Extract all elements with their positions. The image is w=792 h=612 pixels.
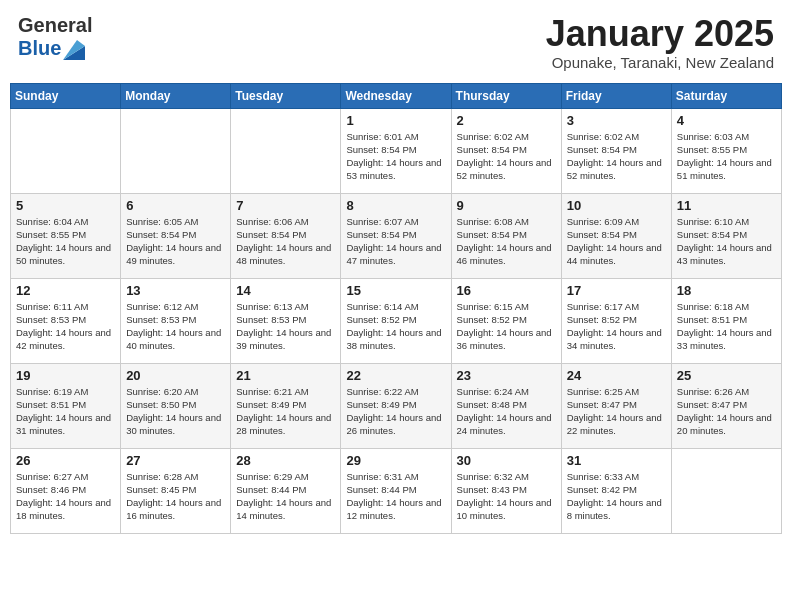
day-info: Sunrise: 6:10 AMSunset: 8:54 PMDaylight:…: [677, 215, 776, 268]
sunrise-label: Sunrise: 6:31 AM: [346, 471, 418, 482]
calendar-week-row: 19Sunrise: 6:19 AMSunset: 8:51 PMDayligh…: [11, 363, 782, 448]
calendar-table: SundayMondayTuesdayWednesdayThursdayFrid…: [10, 83, 782, 534]
weekday-header-wednesday: Wednesday: [341, 83, 451, 108]
page-header: General Blue January 2025 Opunake, Taran…: [10, 10, 782, 75]
day-number: 20: [126, 368, 225, 383]
calendar-cell: [121, 108, 231, 193]
weekday-header-monday: Monday: [121, 83, 231, 108]
sunrise-label: Sunrise: 6:14 AM: [346, 301, 418, 312]
day-number: 19: [16, 368, 115, 383]
day-info: Sunrise: 6:08 AMSunset: 8:54 PMDaylight:…: [457, 215, 556, 268]
daylight-label: Daylight: 14 hours and 38 minutes.: [346, 327, 441, 351]
month-title: January 2025: [546, 14, 774, 54]
sunset-label: Sunset: 8:44 PM: [346, 484, 416, 495]
sunrise-label: Sunrise: 6:29 AM: [236, 471, 308, 482]
sunrise-label: Sunrise: 6:33 AM: [567, 471, 639, 482]
daylight-label: Daylight: 14 hours and 42 minutes.: [16, 327, 111, 351]
logo: General Blue: [18, 14, 92, 60]
daylight-label: Daylight: 14 hours and 50 minutes.: [16, 242, 111, 266]
sunset-label: Sunset: 8:51 PM: [16, 399, 86, 410]
calendar-cell: 6Sunrise: 6:05 AMSunset: 8:54 PMDaylight…: [121, 193, 231, 278]
calendar-cell: 2Sunrise: 6:02 AMSunset: 8:54 PMDaylight…: [451, 108, 561, 193]
sunrise-label: Sunrise: 6:15 AM: [457, 301, 529, 312]
day-info: Sunrise: 6:02 AMSunset: 8:54 PMDaylight:…: [567, 130, 666, 183]
day-info: Sunrise: 6:32 AMSunset: 8:43 PMDaylight:…: [457, 470, 556, 523]
day-info: Sunrise: 6:04 AMSunset: 8:55 PMDaylight:…: [16, 215, 115, 268]
daylight-label: Daylight: 14 hours and 52 minutes.: [567, 157, 662, 181]
calendar-cell: [231, 108, 341, 193]
day-info: Sunrise: 6:17 AMSunset: 8:52 PMDaylight:…: [567, 300, 666, 353]
calendar-cell: 18Sunrise: 6:18 AMSunset: 8:51 PMDayligh…: [671, 278, 781, 363]
daylight-label: Daylight: 14 hours and 12 minutes.: [346, 497, 441, 521]
calendar-cell: 17Sunrise: 6:17 AMSunset: 8:52 PMDayligh…: [561, 278, 671, 363]
calendar-cell: 9Sunrise: 6:08 AMSunset: 8:54 PMDaylight…: [451, 193, 561, 278]
sunset-label: Sunset: 8:53 PM: [236, 314, 306, 325]
day-info: Sunrise: 6:06 AMSunset: 8:54 PMDaylight:…: [236, 215, 335, 268]
day-info: Sunrise: 6:01 AMSunset: 8:54 PMDaylight:…: [346, 130, 445, 183]
calendar-cell: 20Sunrise: 6:20 AMSunset: 8:50 PMDayligh…: [121, 363, 231, 448]
sunset-label: Sunset: 8:51 PM: [677, 314, 747, 325]
day-number: 5: [16, 198, 115, 213]
sunset-label: Sunset: 8:49 PM: [236, 399, 306, 410]
day-number: 1: [346, 113, 445, 128]
daylight-label: Daylight: 14 hours and 34 minutes.: [567, 327, 662, 351]
sunrise-label: Sunrise: 6:19 AM: [16, 386, 88, 397]
calendar-cell: 3Sunrise: 6:02 AMSunset: 8:54 PMDaylight…: [561, 108, 671, 193]
day-number: 9: [457, 198, 556, 213]
day-number: 21: [236, 368, 335, 383]
calendar-cell: 31Sunrise: 6:33 AMSunset: 8:42 PMDayligh…: [561, 448, 671, 533]
weekday-header-thursday: Thursday: [451, 83, 561, 108]
sunset-label: Sunset: 8:54 PM: [457, 144, 527, 155]
calendar-cell: 22Sunrise: 6:22 AMSunset: 8:49 PMDayligh…: [341, 363, 451, 448]
sunset-label: Sunset: 8:52 PM: [567, 314, 637, 325]
day-info: Sunrise: 6:27 AMSunset: 8:46 PMDaylight:…: [16, 470, 115, 523]
day-info: Sunrise: 6:28 AMSunset: 8:45 PMDaylight:…: [126, 470, 225, 523]
calendar-week-row: 5Sunrise: 6:04 AMSunset: 8:55 PMDaylight…: [11, 193, 782, 278]
sunset-label: Sunset: 8:54 PM: [346, 229, 416, 240]
calendar-cell: 12Sunrise: 6:11 AMSunset: 8:53 PMDayligh…: [11, 278, 121, 363]
sunset-label: Sunset: 8:54 PM: [567, 144, 637, 155]
daylight-label: Daylight: 14 hours and 16 minutes.: [126, 497, 221, 521]
daylight-label: Daylight: 14 hours and 8 minutes.: [567, 497, 662, 521]
daylight-label: Daylight: 14 hours and 24 minutes.: [457, 412, 552, 436]
day-info: Sunrise: 6:25 AMSunset: 8:47 PMDaylight:…: [567, 385, 666, 438]
day-info: Sunrise: 6:18 AMSunset: 8:51 PMDaylight:…: [677, 300, 776, 353]
day-number: 3: [567, 113, 666, 128]
day-info: Sunrise: 6:11 AMSunset: 8:53 PMDaylight:…: [16, 300, 115, 353]
title-block: January 2025 Opunake, Taranaki, New Zeal…: [546, 14, 774, 71]
calendar-cell: 16Sunrise: 6:15 AMSunset: 8:52 PMDayligh…: [451, 278, 561, 363]
calendar-cell: 29Sunrise: 6:31 AMSunset: 8:44 PMDayligh…: [341, 448, 451, 533]
daylight-label: Daylight: 14 hours and 20 minutes.: [677, 412, 772, 436]
sunrise-label: Sunrise: 6:27 AM: [16, 471, 88, 482]
day-number: 13: [126, 283, 225, 298]
sunset-label: Sunset: 8:43 PM: [457, 484, 527, 495]
calendar-week-row: 12Sunrise: 6:11 AMSunset: 8:53 PMDayligh…: [11, 278, 782, 363]
weekday-header-friday: Friday: [561, 83, 671, 108]
logo-icon: [63, 38, 85, 60]
day-number: 26: [16, 453, 115, 468]
calendar-week-row: 1Sunrise: 6:01 AMSunset: 8:54 PMDaylight…: [11, 108, 782, 193]
daylight-label: Daylight: 14 hours and 40 minutes.: [126, 327, 221, 351]
day-info: Sunrise: 6:12 AMSunset: 8:53 PMDaylight:…: [126, 300, 225, 353]
calendar-cell: [671, 448, 781, 533]
sunset-label: Sunset: 8:45 PM: [126, 484, 196, 495]
sunrise-label: Sunrise: 6:32 AM: [457, 471, 529, 482]
sunrise-label: Sunrise: 6:24 AM: [457, 386, 529, 397]
day-info: Sunrise: 6:03 AMSunset: 8:55 PMDaylight:…: [677, 130, 776, 183]
daylight-label: Daylight: 14 hours and 48 minutes.: [236, 242, 331, 266]
calendar-cell: 27Sunrise: 6:28 AMSunset: 8:45 PMDayligh…: [121, 448, 231, 533]
day-number: 29: [346, 453, 445, 468]
day-info: Sunrise: 6:13 AMSunset: 8:53 PMDaylight:…: [236, 300, 335, 353]
daylight-label: Daylight: 14 hours and 44 minutes.: [567, 242, 662, 266]
logo-general: General: [18, 14, 92, 37]
day-number: 8: [346, 198, 445, 213]
daylight-label: Daylight: 14 hours and 26 minutes.: [346, 412, 441, 436]
day-number: 16: [457, 283, 556, 298]
calendar-cell: 24Sunrise: 6:25 AMSunset: 8:47 PMDayligh…: [561, 363, 671, 448]
sunset-label: Sunset: 8:54 PM: [567, 229, 637, 240]
daylight-label: Daylight: 14 hours and 31 minutes.: [16, 412, 111, 436]
sunrise-label: Sunrise: 6:28 AM: [126, 471, 198, 482]
logo-blue: Blue: [18, 37, 61, 60]
sunrise-label: Sunrise: 6:02 AM: [457, 131, 529, 142]
day-info: Sunrise: 6:07 AMSunset: 8:54 PMDaylight:…: [346, 215, 445, 268]
